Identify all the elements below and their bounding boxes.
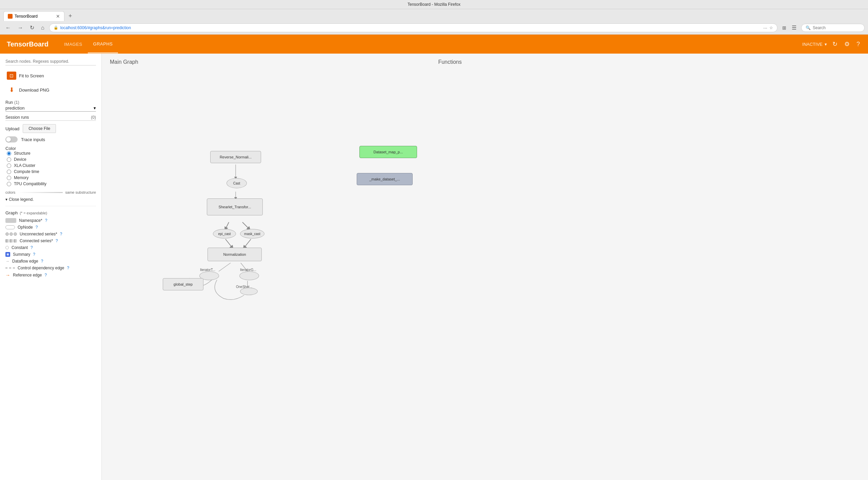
svg-line-8 bbox=[225, 239, 232, 248]
legend-unconnected: Unconnected series* ? bbox=[5, 232, 96, 236]
browser-tabbar: TensorBoard ✕ + bbox=[0, 9, 868, 21]
color-option-tpu[interactable]: TPU Compatibility bbox=[7, 181, 96, 186]
color-structure-label: Structure bbox=[14, 151, 31, 156]
node-global-step[interactable]: global_step bbox=[163, 278, 203, 290]
connected-icon bbox=[5, 239, 17, 243]
main-graph-title: Main Graph bbox=[110, 59, 138, 65]
graph-area[interactable]: Reverse_Normali... Cast Shearlet_Transfo… bbox=[102, 68, 868, 480]
node-epi-cast-label: epi_cast bbox=[218, 232, 231, 236]
fit-screen-icon: ⊡ bbox=[7, 72, 16, 80]
browser-navbar: ← → ↻ ⌂ 🔒 ··· ☆ ⊞ ☰ 🔍 bbox=[0, 21, 868, 34]
extensions-button[interactable]: ⊞ bbox=[780, 24, 788, 32]
node-dataset-map[interactable]: Dataset_map_p... bbox=[359, 146, 417, 158]
node-iterator-g[interactable] bbox=[239, 271, 259, 280]
tab-close-button[interactable]: ✕ bbox=[56, 14, 60, 19]
constant-icon bbox=[5, 246, 9, 249]
browser-search-input[interactable] bbox=[813, 25, 860, 30]
run-value: prediction bbox=[5, 105, 92, 111]
topbar: TensorBoard IMAGES GRAPHS INACTIVE ▾ ↻ ⚙… bbox=[0, 35, 868, 54]
functions-title: Functions bbox=[438, 59, 461, 65]
trace-inputs-toggle[interactable] bbox=[5, 136, 18, 142]
nav-item-images[interactable]: IMAGES bbox=[59, 36, 88, 53]
color-option-memory[interactable]: Memory bbox=[7, 175, 96, 180]
url-input[interactable] bbox=[60, 25, 762, 30]
url-bar[interactable]: 🔒 ··· ☆ bbox=[49, 23, 777, 32]
browser-chrome: TensorBoard - Mozilla Firefox TensorBoar… bbox=[0, 0, 868, 35]
url-dots[interactable]: ··· bbox=[763, 25, 767, 31]
opnode-icon bbox=[5, 225, 15, 229]
run-dropdown[interactable]: prediction ▾ bbox=[5, 105, 96, 112]
fit-screen-button[interactable]: ⊡ Fit to Screen bbox=[5, 70, 96, 82]
namespace-help-icon[interactable]: ? bbox=[45, 218, 47, 223]
color-radio-structure[interactable] bbox=[7, 151, 11, 156]
run-dropdown-arrow: ▾ bbox=[94, 105, 96, 111]
legend-connected: Connected series* ? bbox=[5, 238, 96, 243]
color-radio-memory[interactable] bbox=[7, 176, 11, 180]
menu-button[interactable]: ☰ bbox=[790, 23, 798, 32]
main-nav: IMAGES GRAPHS bbox=[59, 35, 118, 53]
opnode-help-icon[interactable]: ? bbox=[36, 225, 38, 230]
color-radio-tpu[interactable] bbox=[7, 182, 11, 186]
settings-button[interactable]: ⚙ bbox=[843, 39, 851, 49]
node-cast[interactable]: Cast bbox=[226, 178, 247, 188]
color-section: Color Structure Device XLA Cluster bbox=[5, 146, 96, 186]
window-title: TensorBoard - Mozilla Firefox bbox=[408, 2, 460, 7]
node-epi-cast[interactable]: epi_cast bbox=[213, 229, 236, 238]
node-mask-cast[interactable]: mask_cast bbox=[240, 229, 264, 238]
constant-help-icon[interactable]: ? bbox=[31, 245, 33, 250]
download-arrow-icon: ⬇ bbox=[9, 86, 14, 94]
legend-connected-label: Connected series* bbox=[20, 238, 53, 243]
dataflow-arrow-icon: → bbox=[5, 259, 9, 264]
legend-section: Graph (* = expandable) Namespace* ? OpNo… bbox=[5, 206, 96, 278]
download-png-button[interactable]: ⬇ Download PNG bbox=[5, 83, 96, 97]
help-button[interactable]: ? bbox=[855, 39, 861, 49]
summary-icon bbox=[5, 252, 10, 257]
color-option-xla[interactable]: XLA Cluster bbox=[7, 163, 96, 168]
color-radio-xla[interactable] bbox=[7, 164, 11, 168]
node-make-dataset[interactable]: _make_dataset_... bbox=[357, 173, 413, 185]
legend-unconnected-label: Unconnected series* bbox=[20, 232, 57, 236]
color-option-compute[interactable]: Compute time bbox=[7, 169, 96, 174]
graph-section: Main Graph Functions bbox=[102, 54, 868, 480]
search-nodes-input[interactable] bbox=[5, 58, 96, 65]
choose-file-button[interactable]: Choose File bbox=[23, 124, 56, 133]
refresh-button[interactable]: ↻ bbox=[831, 39, 839, 49]
node-reverse-norm[interactable]: Reverse_Normali... bbox=[210, 151, 261, 163]
reference-help-icon[interactable]: ? bbox=[44, 273, 47, 277]
reload-button[interactable]: ↻ bbox=[28, 23, 36, 32]
new-tab-button[interactable]: + bbox=[66, 11, 75, 21]
unconnected-help-icon[interactable]: ? bbox=[60, 232, 62, 236]
color-option-device[interactable]: Device bbox=[7, 157, 96, 162]
color-option-structure[interactable]: Structure bbox=[7, 151, 96, 156]
forward-button[interactable]: → bbox=[16, 23, 25, 32]
browser-tab[interactable]: TensorBoard ✕ bbox=[3, 11, 64, 21]
legend-dataflow: → Dataflow edge ? bbox=[5, 259, 96, 264]
back-button[interactable]: ← bbox=[3, 23, 13, 32]
home-button[interactable]: ⌂ bbox=[39, 23, 46, 32]
browser-titlebar: TensorBoard - Mozilla Firefox bbox=[0, 0, 868, 9]
control-dep-help-icon[interactable]: ? bbox=[67, 266, 69, 270]
nav-item-graphs[interactable]: GRAPHS bbox=[88, 35, 118, 53]
legend-graph-label: Graph bbox=[5, 210, 18, 215]
node-oneshot[interactable] bbox=[240, 288, 258, 295]
node-shearlet[interactable]: Shearlet_Transfor... bbox=[207, 198, 263, 215]
node-normalization-label: Normalization bbox=[223, 252, 246, 256]
color-radio-compute[interactable] bbox=[7, 170, 11, 174]
legend-colors-bar: colors same substructure bbox=[5, 190, 96, 194]
node-global-step-label: global_step bbox=[174, 282, 193, 286]
color-radio-device[interactable] bbox=[7, 157, 11, 162]
inactive-dropdown[interactable]: INACTIVE ▾ bbox=[802, 42, 827, 47]
color-compute-label: Compute time bbox=[14, 169, 39, 174]
close-legend-button[interactable]: ▾ Close legend. bbox=[5, 197, 96, 202]
legend-constant: Constant ? bbox=[5, 245, 96, 250]
connected-help-icon[interactable]: ? bbox=[56, 238, 58, 243]
session-section: Session runs (0) bbox=[5, 115, 96, 121]
bookmark-icon[interactable]: ☆ bbox=[769, 25, 773, 30]
summary-help-icon[interactable]: ? bbox=[33, 252, 35, 257]
svg-line-9 bbox=[244, 239, 251, 248]
legend-control-dep-label: Control dependency edge bbox=[18, 266, 64, 270]
browser-search-bar[interactable]: 🔍 bbox=[801, 24, 865, 32]
node-normalization[interactable]: Normalization bbox=[208, 248, 262, 261]
legend-gradient-bar bbox=[18, 192, 62, 193]
dataflow-help-icon[interactable]: ? bbox=[41, 259, 43, 264]
